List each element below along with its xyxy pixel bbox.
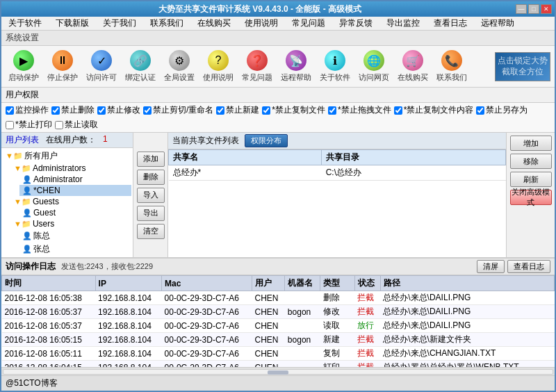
perm-no-delete[interactable]: 禁止删除 (51, 104, 95, 116)
toolbar-about[interactable]: ℹ 关于软件 (317, 49, 353, 84)
perm-distribution-button[interactable]: 权限分布 (245, 134, 288, 147)
col-share-name: 共享名 (169, 150, 322, 165)
menu-about-software[interactable]: 关于软件 (4, 16, 46, 31)
tree-users[interactable]: ▼📁 Users (11, 218, 131, 229)
file-list-panel: 当前共享文件列表 权限分布 共享名 共享目录 总经办*C:\总经办 (168, 133, 506, 257)
tree-chen[interactable]: 👤 *CHEN (19, 185, 131, 196)
log-stats: 发送包:2243，接收包:2229 (61, 261, 153, 272)
user-list-header: 用户列表 在线用户数： 1 (1, 133, 133, 148)
log-table: 时间 IP Mac 用户 机器名 类型 状态 路径 2016-12-08 16:… (1, 275, 555, 367)
clear-button[interactable]: 清空 (137, 224, 165, 239)
about-icon: ℹ (325, 50, 345, 71)
log-type: 修改 (320, 305, 355, 319)
maximize-button[interactable]: □ (528, 4, 539, 14)
tree-chen-zong[interactable]: 👤 陈总 (19, 229, 131, 243)
tree-administrator[interactable]: 👤 Administrator (19, 174, 131, 185)
menu-download[interactable]: 下载新版 (51, 16, 93, 31)
file-table-row[interactable]: 总经办*C:\总经办 (169, 165, 506, 181)
horizontal-scrollbar[interactable] (1, 367, 555, 375)
menu-manual[interactable]: 使用说明 (240, 16, 282, 31)
menu-faq[interactable]: 常见问题 (288, 16, 329, 31)
menu-remote[interactable]: 远程帮助 (477, 16, 518, 31)
log-path: 总经办\来总\DAILI.PNG (380, 291, 554, 305)
remove-button[interactable]: 移除 (510, 154, 552, 169)
log-type: 打印 (320, 361, 355, 368)
menu-about-us[interactable]: 关于我们 (99, 16, 140, 31)
toolbar: ▶ 启动保护 ⏸ 停止保护 ✓ 访问许可 🔗 绑定认证 ⚙ 全局设置 ? 使用说… (1, 46, 555, 88)
perm-no-modify[interactable]: 禁止修改 (97, 104, 140, 116)
remote-help-icon: 📡 (286, 50, 306, 71)
perm-no-save-as[interactable]: 禁止另存为 (476, 104, 528, 116)
toolbar-remote-help[interactable]: 📡 远程帮助 (278, 49, 314, 84)
perm-no-drag[interactable]: *禁止拖拽文件 (328, 104, 391, 116)
log-status: 拦截 (354, 291, 380, 305)
menu-buy[interactable]: 在线购买 (193, 16, 235, 31)
tree-guest[interactable]: 👤 Guest (19, 207, 131, 218)
toolbar-faq[interactable]: ❓ 常见问题 (239, 49, 275, 84)
toolbar-visit-web[interactable]: 🌐 访问网页 (356, 49, 392, 84)
import-button[interactable]: 导入 (137, 188, 165, 203)
toolbar-global-settings[interactable]: ⚙ 全局设置 (161, 49, 197, 84)
clear-screen-button[interactable]: 清屏 (477, 260, 505, 273)
close-button[interactable]: ✕ (541, 4, 552, 14)
log-mac: 00-0C-29-3D-C7-A6 (162, 347, 252, 361)
tree-all-users[interactable]: ▼📁 所有用户 (3, 149, 131, 163)
menu-logs[interactable]: 查看日志 (430, 16, 471, 31)
delete-user-button[interactable]: 删除 (137, 170, 165, 185)
log-machine (285, 291, 320, 305)
toolbar-bind-auth[interactable]: 🔗 绑定认证 (122, 49, 158, 84)
start-protection-icon: ▶ (13, 50, 34, 71)
menu-export[interactable]: 导出监控 (382, 16, 424, 31)
user-icon: 👤 (22, 245, 32, 254)
share-name-cell: 总经办* (169, 165, 322, 181)
log-user: CHEN (252, 361, 285, 368)
user-list-tab[interactable]: 用户列表 (6, 134, 39, 146)
log-path: 总经办\来总\DAILI.PNG (380, 305, 554, 319)
minimize-button[interactable]: — (516, 4, 527, 14)
perm-monitor[interactable]: 监控操作 (6, 104, 49, 116)
log-ip: 192.168.8.104 (95, 347, 161, 361)
file-table: 共享名 共享目录 总经办*C:\总经办 (168, 149, 506, 181)
view-log-button[interactable]: 查看日志 (507, 260, 550, 273)
toolbar-contact-us[interactable]: 📞 联系我们 (434, 49, 470, 84)
close-advanced-button[interactable]: 关闭高级模式 (510, 190, 552, 205)
scroll-thumb[interactable] (268, 370, 288, 375)
log-ip: 192.168.8.104 (95, 361, 161, 368)
title-bar: 大势至共享文件审计系统 V9.4.43.0 - 全能版 - 高级模式 — □ ✕ (1, 1, 555, 17)
perm-no-copy-content[interactable]: *禁止复制文件内容 (394, 104, 474, 116)
log-table-row: 2016-12-08 16:05:37 192.168.8.104 00-0C-… (2, 305, 555, 319)
toolbar-start-protection[interactable]: ▶ 启动保护 (6, 49, 42, 84)
perm-no-cut-rename[interactable]: 禁止剪切/重命名 (143, 104, 213, 116)
window-title: 大势至共享文件审计系统 V9.4.43.0 - 全能版 - 高级模式 (4, 3, 516, 15)
log-status: 拦截 (354, 347, 380, 361)
menu-bar: 关于软件 下载新版 关于我们 联系我们 在线购买 使用说明 常见问题 异常反馈 … (1, 17, 555, 31)
log-user: CHEN (252, 291, 285, 305)
tree-luo-zong[interactable]: 👤 罗总 (19, 256, 131, 257)
add-user-button[interactable]: 添加 (137, 152, 165, 167)
toolbar-access-permit[interactable]: ✓ 访问许可 (83, 49, 120, 84)
buy-online-icon: 🛒 (402, 50, 423, 71)
toolbar-buy-online[interactable]: 🛒 在线购买 (395, 49, 431, 84)
toolbar-stop-protection[interactable]: ⏸ 停止保护 (44, 49, 81, 84)
log-time: 2016-12-08 16:05:11 (2, 347, 96, 361)
log-path: 总经办\来总\DAILI.PNG (380, 319, 554, 333)
user-icon: 👤 (22, 186, 32, 195)
increase-button[interactable]: 增加 (510, 136, 552, 151)
log-user: CHEN (252, 305, 285, 319)
export-button[interactable]: 导出 (137, 206, 165, 221)
refresh-button[interactable]: 刷新 (510, 172, 552, 187)
log-area: 时间 IP Mac 用户 机器名 类型 状态 路径 2016-12-08 16:… (1, 275, 555, 367)
toolbar-manual[interactable]: ? 使用说明 (200, 49, 236, 84)
log-col-path: 路径 (380, 276, 554, 291)
perm-no-create[interactable]: 禁止新建 (216, 104, 259, 116)
contact-us-icon: 📞 (441, 50, 462, 71)
log-ip: 192.168.8.104 (95, 333, 161, 347)
tree-zhang-zong[interactable]: 👤 张总 (19, 243, 131, 256)
perm-no-print[interactable]: *禁止打印 (6, 119, 52, 131)
perm-no-read[interactable]: 禁止读取 (55, 119, 98, 131)
tree-guests[interactable]: ▼📁 Guests (11, 196, 131, 207)
menu-feedback[interactable]: 异常反馈 (335, 16, 377, 31)
tree-administrators[interactable]: ▼📁 Administrators (11, 163, 131, 174)
menu-contact[interactable]: 联系我们 (146, 16, 188, 31)
perm-no-copy-file[interactable]: *禁止复制文件 (262, 104, 325, 116)
